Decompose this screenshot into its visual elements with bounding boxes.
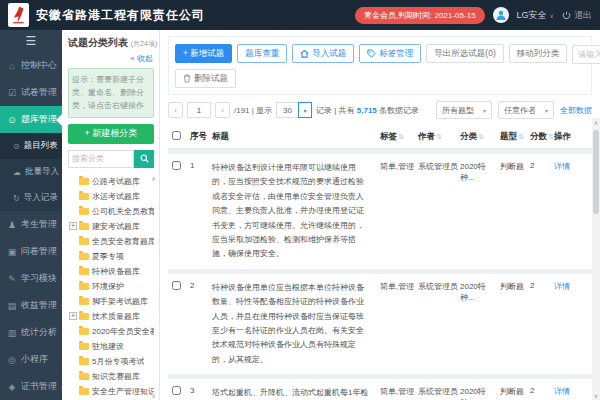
folder-icon: [79, 253, 89, 260]
delete-questions-button[interactable]: 删除试题: [175, 69, 236, 88]
move-to-category-button[interactable]: 移动到分类: [509, 44, 568, 63]
submenu-item-batch-import[interactable]: ☁ 批量导入: [0, 159, 62, 185]
tree-item[interactable]: 知识竞赛题库: [79, 369, 154, 384]
tag-management-button[interactable]: 标签管理: [359, 44, 421, 63]
scroll-down-icon[interactable]: ∨: [592, 392, 600, 399]
tree-item[interactable]: 夏季专项: [79, 249, 154, 264]
detail-link[interactable]: 详情: [554, 386, 582, 397]
import-questions-button[interactable]: 导入试题: [292, 44, 354, 63]
author-filter-value: 任意作者: [504, 105, 536, 116]
expand-icon[interactable]: +: [69, 312, 77, 320]
page-number-input[interactable]: [187, 102, 211, 118]
sidebar-item-question-bank[interactable]: ⊙ 题库管理 ∨: [0, 106, 62, 133]
row-checkbox[interactable]: [172, 281, 181, 290]
all-data-link[interactable]: 全部数据: [560, 105, 592, 116]
scrollbar-thumb[interactable]: [593, 130, 599, 214]
tree-item[interactable]: 2020年全员安全教育: [79, 324, 154, 339]
tree-scroll-down-icon[interactable]: ∨: [151, 392, 156, 400]
tree-item-label: 2020年全员安全教育: [92, 326, 154, 337]
prev-page-button[interactable]: ‹: [168, 102, 183, 118]
row-checkbox[interactable]: [172, 386, 181, 395]
category-title-text: 试题分类列表: [68, 37, 128, 48]
category-search-input[interactable]: [68, 150, 134, 168]
expand-icon[interactable]: +: [69, 222, 77, 230]
detail-link[interactable]: 详情: [554, 281, 582, 292]
scroll-up-icon[interactable]: ∧: [592, 119, 600, 126]
submenu-item-import-records[interactable]: ↻ 导入记录: [0, 185, 62, 211]
folder-icon: [79, 223, 89, 230]
tree-item-label: 5月份专项考试: [92, 356, 144, 367]
sidebar-item-label: 控制中心: [21, 59, 57, 72]
sort-icon: ⇅: [398, 133, 404, 141]
company-logo-icon: [8, 3, 29, 27]
question-search-input[interactable]: [572, 45, 600, 64]
cell-type: 判断题: [500, 161, 530, 172]
sidebar-item-revenue-management[interactable]: ▤ 收益管理 ‹: [0, 292, 62, 319]
tree-item[interactable]: +技术质量题库: [79, 309, 154, 324]
user-avatar[interactable]: [493, 7, 509, 23]
table-body: 1 特种设备达到设计使用年限可以继续使用的，应当按照安全技术规范的要求通过检验或…: [168, 149, 592, 400]
submenu-item-question-list[interactable]: ⊙ 题目列表: [0, 133, 62, 159]
add-question-button[interactable]: + 新增试题: [175, 44, 232, 63]
tree-item[interactable]: 安全生产管理知识: [79, 384, 154, 399]
duplicate-check-button[interactable]: 题库查重: [237, 44, 287, 63]
sidebar-item-control-center[interactable]: ⌂ 控制中心: [0, 52, 62, 79]
tree-item[interactable]: 驻地建设: [79, 339, 154, 354]
header-score[interactable]: 分数⇅: [530, 131, 554, 143]
tree-item[interactable]: 公路考试题库: [79, 174, 154, 189]
tree-item[interactable]: 水运考试题库: [79, 189, 154, 204]
sidebar-item-label: 学习模块: [21, 272, 57, 285]
export-selected-button[interactable]: 导出所选试题(0): [426, 44, 503, 63]
row-checkbox[interactable]: [172, 161, 181, 170]
import-icon: [300, 49, 309, 58]
tree-item-label: 脚手架考试题库: [92, 296, 148, 307]
new-root-category-button[interactable]: + 新建根分类: [68, 124, 154, 144]
hamburger-icon[interactable]: ☰: [0, 30, 62, 52]
user-menu[interactable]: LG安全 ∨: [517, 9, 554, 22]
table-row: 1 特种设备达到设计使用年限可以继续使用的，应当按照安全技术规范的要求通过检验或…: [168, 154, 592, 269]
vertical-scrollbar[interactable]: ∧ ∨: [592, 118, 600, 400]
tree-item[interactable]: 环境保护: [79, 279, 154, 294]
collapse-panel-link[interactable]: « 收起: [68, 53, 153, 64]
survey-icon: ▣: [7, 247, 17, 257]
header-type[interactable]: 题型⇅: [500, 131, 530, 143]
page-size-select[interactable]: 30 ▾: [276, 102, 312, 118]
header-author[interactable]: 作者⇅: [418, 131, 460, 143]
header-category[interactable]: 分类⇅: [460, 131, 500, 143]
sidebar-item-statistics[interactable]: ▥ 统计分析: [0, 319, 62, 346]
power-icon: [562, 11, 571, 20]
category-tree: ∧ 公路考试题库 水运考试题库 公司机关全员教育 +建安考试题库 全员安全教育题…: [68, 174, 154, 400]
sidebar-item-certificate-management[interactable]: ◈ 证书管理 ‹: [0, 373, 62, 400]
folder-icon: [79, 313, 89, 320]
sidebar-item-mini-program[interactable]: ◎ 小程序: [0, 346, 62, 373]
author-filter[interactable]: 任意作者 ▾: [498, 101, 554, 119]
tree-item[interactable]: 特种设备题库: [79, 264, 154, 279]
tree-item[interactable]: 全员安全教育题库: [79, 234, 154, 249]
table-header: 序号 标题 标签⇅ 作者⇅ 分类⇅ 题型⇅ 分数⇅ 操作: [168, 125, 592, 149]
detail-link[interactable]: 详情: [554, 161, 582, 172]
select-all-checkbox[interactable]: [172, 131, 181, 140]
tag-icon: [367, 49, 376, 58]
tree-item[interactable]: 脚手架考试题库: [79, 294, 154, 309]
next-page-button[interactable]: ›: [215, 102, 230, 118]
chevron-down-icon: ∨: [61, 115, 62, 124]
logout-button[interactable]: 退出: [562, 9, 592, 22]
learning-icon: ✎: [7, 274, 17, 284]
tree-item-label: 技术质量题库: [92, 311, 140, 322]
home-icon: ⌂: [7, 61, 17, 71]
tree-item[interactable]: 5月份专项考试: [79, 354, 154, 369]
sidebar-item-learning-module[interactable]: ✎ 学习模块 ‹: [0, 265, 62, 292]
question-type-filter[interactable]: 所有题型 ▾: [436, 101, 492, 119]
tree-item-label: 水运考试题库: [92, 191, 140, 202]
tree-item[interactable]: 公司机关全员教育: [79, 204, 154, 219]
category-search-button[interactable]: [134, 150, 154, 168]
tree-item-label: 安全生产管理知识: [92, 386, 154, 397]
sidebar-item-questionnaire[interactable]: ▣ 问卷管理: [0, 238, 62, 265]
sidebar-item-exam-management[interactable]: ☑ 试卷管理 ‹: [0, 79, 62, 106]
category-count: (共24项): [131, 40, 157, 47]
sidebar-item-candidate-management[interactable]: ♟ 考生管理 ‹: [0, 211, 62, 238]
pagination-bar: ‹ › /191 | 显示 30 ▾ 记录 | 共有 5,715 条数据记录 所…: [168, 101, 592, 119]
header-tags[interactable]: 标签⇅: [380, 131, 418, 143]
tree-item[interactable]: +建安考试题库: [79, 219, 154, 234]
tree-item-label: 公路考试题库: [92, 176, 140, 187]
